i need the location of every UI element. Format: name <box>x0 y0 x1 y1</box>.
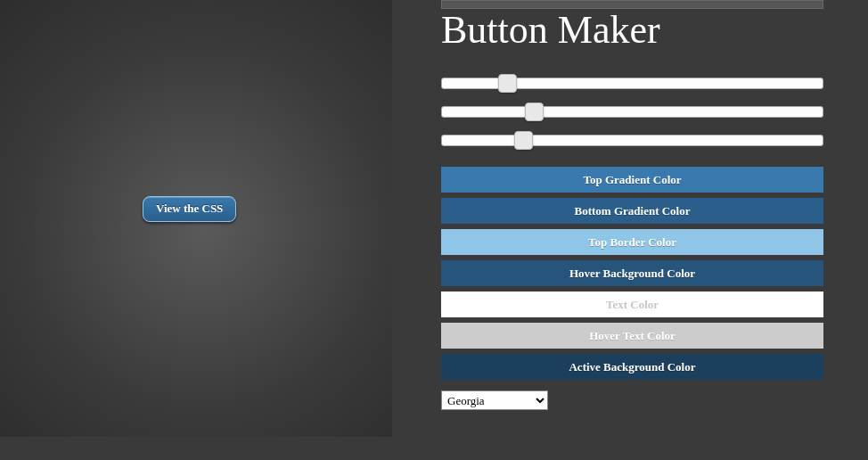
slider-track <box>441 135 823 146</box>
slider-handle[interactable] <box>514 131 533 150</box>
text-color-button[interactable]: Text Color <box>441 292 823 317</box>
bottom-gradient-color-button[interactable]: Bottom Gradient Color <box>441 198 823 224</box>
hover-background-color-button[interactable]: Hover Background Color <box>441 260 823 286</box>
preview-panel: View the CSS <box>0 0 392 437</box>
color-buttons-group: Top Gradient Color Bottom Gradient Color… <box>441 167 823 380</box>
slider-handle[interactable] <box>525 103 544 121</box>
font-select[interactable]: Georgia <box>441 390 548 410</box>
top-border-color-button[interactable]: Top Border Color <box>441 229 823 255</box>
slider-1[interactable] <box>441 72 823 97</box>
slider-handle[interactable] <box>498 74 517 93</box>
top-strip <box>441 0 823 9</box>
hover-text-color-button[interactable]: Hover Text Color <box>441 323 823 349</box>
top-gradient-color-button[interactable]: Top Gradient Color <box>441 167 823 193</box>
preview-button[interactable]: View the CSS <box>143 196 236 222</box>
active-background-color-button[interactable]: Active Background Color <box>441 354 823 380</box>
sliders-group <box>441 72 823 154</box>
controls-panel: Button Maker Top Gradient Color Bottom G… <box>392 0 868 460</box>
slider-2[interactable] <box>441 101 823 126</box>
slider-3[interactable] <box>441 129 823 154</box>
page-title: Button Maker <box>441 7 823 53</box>
slider-track <box>441 106 823 118</box>
